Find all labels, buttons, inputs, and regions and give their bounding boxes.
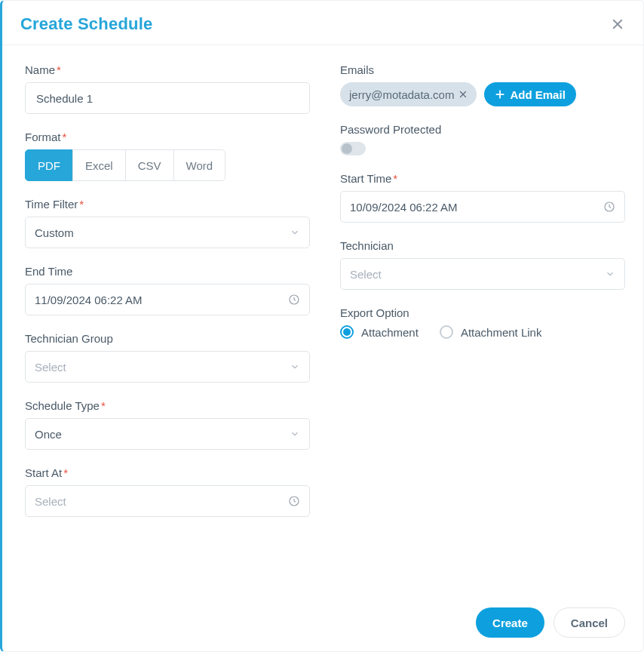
format-option-word[interactable]: Word [173, 149, 226, 181]
format-label: Format [25, 131, 310, 143]
chevron-down-icon [290, 429, 300, 439]
modal-header: Create Schedule [2, 1, 643, 45]
time-filter-select[interactable]: Custom [25, 217, 310, 248]
add-email-label: Add Email [510, 88, 565, 101]
format-segmented: PDFExcelCSVWord [25, 149, 310, 181]
create-schedule-modal: Create Schedule Name Format PDFExcelCSVW… [0, 0, 644, 652]
radio-icon [340, 325, 354, 339]
field-technician: Technician Select [340, 239, 625, 290]
tech-group-placeholder: Select [35, 361, 66, 374]
format-option-excel[interactable]: Excel [72, 149, 126, 181]
field-time-filter: Time Filter Custom [25, 198, 310, 248]
radio-label: Attachment [361, 326, 419, 339]
schedule-type-value: Once [35, 428, 62, 441]
export-option-attachment-link[interactable]: Attachment Link [440, 325, 542, 339]
add-email-button[interactable]: Add Email [484, 82, 575, 106]
technician-placeholder: Select [350, 268, 382, 281]
emails-row: jerry@motadata.com Add Email [340, 82, 625, 106]
field-format: Format PDFExcelCSVWord [25, 131, 310, 181]
start-time-label: Start Time [340, 172, 625, 185]
tech-group-label: Technician Group [25, 332, 310, 345]
email-chip-text: jerry@motadata.com [349, 88, 454, 101]
field-emails: Emails jerry@motadata.com Add Email [340, 63, 625, 106]
format-option-pdf[interactable]: PDF [25, 149, 73, 181]
field-tech-group: Technician Group Select [25, 332, 310, 383]
close-icon[interactable] [610, 17, 625, 32]
name-input[interactable] [35, 83, 300, 113]
start-time-value: 10/09/2024 06:22 AM [350, 201, 458, 214]
technician-label: Technician [340, 239, 625, 252]
field-name: Name [25, 63, 310, 114]
modal-footer: Create Cancel [2, 595, 643, 651]
field-export-option: Export Option AttachmentAttachment Link [340, 306, 625, 339]
time-filter-value: Custom [35, 226, 74, 239]
clock-icon [288, 495, 300, 507]
tech-group-select[interactable]: Select [25, 351, 310, 383]
field-schedule-type: Schedule Type Once [25, 399, 310, 450]
end-time-input[interactable]: 11/09/2024 06:22 AM [25, 284, 310, 315]
start-at-label: Start At [25, 466, 310, 479]
name-label: Name [25, 63, 310, 76]
export-option-radios: AttachmentAttachment Link [340, 325, 625, 339]
right-column: Emails jerry@motadata.com Add Email [340, 63, 625, 595]
clock-icon [603, 201, 615, 213]
schedule-type-label: Schedule Type [25, 399, 310, 412]
export-option-attachment[interactable]: Attachment [340, 325, 419, 339]
schedule-type-select[interactable]: Once [25, 418, 310, 450]
radio-label: Attachment Link [461, 326, 542, 339]
emails-label: Emails [340, 63, 625, 76]
left-column: Name Format PDFExcelCSVWord Time Filter … [25, 63, 310, 595]
create-button[interactable]: Create [476, 607, 544, 638]
radio-icon [440, 325, 453, 339]
password-protected-label: Password Protected [340, 123, 625, 136]
technician-select[interactable]: Select [340, 258, 625, 290]
modal-body: Name Format PDFExcelCSVWord Time Filter … [2, 45, 643, 595]
time-filter-label: Time Filter [25, 198, 310, 211]
field-password-protected: Password Protected [340, 123, 625, 155]
end-time-label: End Time [25, 265, 310, 278]
password-protected-toggle[interactable] [340, 142, 366, 155]
chip-remove-icon[interactable] [458, 90, 468, 99]
modal-title: Create Schedule [20, 14, 152, 34]
format-option-csv[interactable]: CSV [125, 149, 174, 181]
name-input-wrap [25, 82, 310, 114]
field-start-at: Start At Select [25, 466, 310, 517]
chevron-down-icon [605, 269, 615, 279]
clock-icon [288, 294, 300, 306]
field-end-time: End Time 11/09/2024 06:22 AM [25, 265, 310, 315]
field-start-time: Start Time 10/09/2024 06:22 AM [340, 172, 625, 223]
chevron-down-icon [290, 361, 300, 372]
cancel-button[interactable]: Cancel [554, 607, 625, 638]
end-time-value: 11/09/2024 06:22 AM [35, 294, 143, 306]
email-chip: jerry@motadata.com [340, 82, 477, 106]
chevron-down-icon [290, 227, 300, 238]
start-time-input[interactable]: 10/09/2024 06:22 AM [340, 191, 625, 223]
start-at-placeholder: Select [35, 495, 66, 508]
plus-icon [495, 89, 505, 100]
export-option-label: Export Option [340, 306, 625, 319]
start-at-input[interactable]: Select [25, 485, 310, 517]
